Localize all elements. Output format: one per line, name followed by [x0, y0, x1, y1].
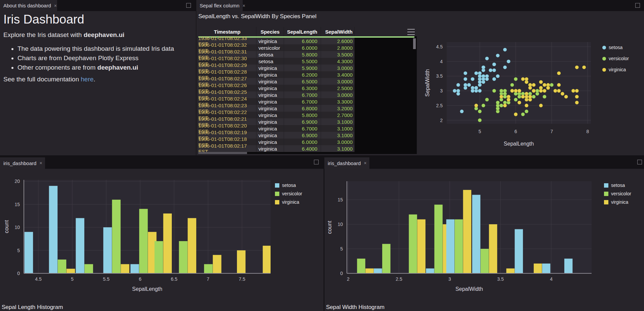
- table-cell: 2.8000: [321, 44, 355, 51]
- vertical-scrollbar[interactable]: [413, 38, 416, 152]
- legend-marker: [602, 46, 606, 49]
- maximize-icon[interactable]: [635, 3, 640, 8]
- column-header-timestamp[interactable]: Timestamp: [198, 27, 256, 36]
- table-cell: virginica: [256, 78, 284, 85]
- legend-item-virginica[interactable]: virginica: [602, 67, 629, 72]
- table-cell: virginica: [256, 125, 284, 132]
- dashboard-screen: About this dashboard × Sepal flex column…: [0, 0, 644, 311]
- svg-text:5: 5: [71, 276, 74, 282]
- legend-label: versicolor: [611, 191, 631, 196]
- close-icon[interactable]: ×: [39, 160, 42, 166]
- table-cell: 2.6000: [321, 38, 355, 44]
- legend-item-versicolor[interactable]: versicolor: [275, 191, 302, 196]
- table-cell: virginica: [256, 145, 284, 152]
- table-cell: virginica: [256, 71, 284, 78]
- sepal-width-histogram-chart[interactable]: 22.533.54051015SepalWidthcount: [324, 169, 644, 303]
- svg-text:0: 0: [17, 271, 20, 276]
- table-cell: 3.5000: [321, 51, 355, 58]
- legend-label: virginica: [611, 199, 628, 205]
- table-cell: 2.7000: [321, 112, 355, 118]
- table-cell: virginica: [256, 118, 284, 125]
- table-cell: 3.1000: [321, 145, 355, 152]
- table-cell: 6.0000: [284, 44, 321, 51]
- table-cell: 3.0000: [321, 78, 355, 85]
- legend-marker: [602, 68, 606, 72]
- svg-text:SepalWidth: SepalWidth: [425, 69, 430, 97]
- svg-text:7: 7: [207, 276, 209, 282]
- table-row[interactable]: 1936-01-01T08:02:17 ESTvirginica6.40003.…: [198, 145, 355, 152]
- table-cell: 3.4000: [321, 71, 355, 78]
- svg-text:4: 4: [440, 59, 443, 64]
- table-cell: virginica: [256, 38, 284, 44]
- iris-table[interactable]: Timestamp Species SepalLength SepalWidth…: [198, 27, 417, 154]
- table-cell: 6.6000: [284, 38, 321, 44]
- table-cell: 3.3000: [321, 98, 355, 105]
- table-menu-icon[interactable]: [407, 28, 415, 36]
- table-cell: setosa: [256, 51, 284, 58]
- svg-text:8: 8: [586, 129, 589, 134]
- table-body: 1936-01-01T08:02:33 ESTvirginica6.60002.…: [198, 38, 417, 152]
- table-cell: virginica: [256, 105, 284, 112]
- table-cell: 3.0000: [321, 65, 355, 71]
- legend-item-versicolor[interactable]: versicolor: [602, 56, 629, 61]
- svg-text:15: 15: [337, 197, 343, 202]
- horizontal-scrollbar[interactable]: [198, 152, 417, 154]
- docs-link[interactable]: here: [81, 76, 93, 83]
- legend-label: setosa: [282, 183, 296, 188]
- legend-marker: [275, 183, 279, 188]
- svg-text:4: 4: [550, 276, 553, 282]
- legend-marker: [275, 192, 279, 196]
- about-panel: Iris Dashboard Explore the Iris dataset …: [0, 11, 196, 155]
- tab-iris-dashboard-right[interactable]: iris_dashboard ×: [324, 157, 369, 169]
- svg-text:6: 6: [515, 129, 517, 134]
- tab-iris-dashboard-left[interactable]: iris_dashboard ×: [0, 157, 45, 169]
- table-cell: 5.8000: [284, 112, 321, 118]
- legend-item-setosa[interactable]: setosa: [604, 183, 631, 188]
- legend-marker: [602, 57, 606, 61]
- table-cell: virginica: [256, 139, 284, 145]
- table-cell: virginica: [256, 85, 284, 91]
- table-cell: virginica: [256, 91, 284, 98]
- legend-item-virginica[interactable]: virginica: [275, 199, 302, 205]
- histogram-legend: setosaversicolorvirginica: [604, 183, 631, 205]
- svg-text:4.5: 4.5: [35, 276, 42, 282]
- legend-item-setosa[interactable]: setosa: [275, 183, 302, 188]
- sepal-flex-panel: SepalLength vs. SepalWidth By Species Pa…: [196, 11, 644, 155]
- svg-text:3: 3: [440, 88, 443, 93]
- svg-text:7: 7: [550, 129, 553, 134]
- table-header[interactable]: Timestamp Species SepalLength SepalWidth: [198, 27, 417, 36]
- tab-sepal-flex-column[interactable]: Sepal flex column ×: [196, 0, 243, 11]
- close-icon[interactable]: ×: [242, 3, 245, 8]
- page-title: Iris Dashboard: [3, 12, 84, 27]
- svg-text:2.5: 2.5: [396, 276, 402, 282]
- maximize-icon[interactable]: [637, 160, 642, 164]
- panel-title: SepalLength vs. SepalWidth By Species Pa…: [198, 13, 317, 20]
- column-header-species[interactable]: Species: [256, 27, 284, 36]
- legend-label: setosa: [611, 183, 625, 188]
- legend-marker: [604, 192, 608, 196]
- legend-item-virginica[interactable]: virginica: [604, 199, 631, 205]
- svg-text:2: 2: [440, 118, 443, 123]
- column-header-sepallength[interactable]: SepalLength: [284, 27, 321, 36]
- sepal-scatter-chart[interactable]: 56784.543.532.52SepalLengthSepalWidth: [418, 13, 644, 155]
- close-icon[interactable]: ×: [54, 3, 57, 8]
- table-cell: 3.1000: [321, 118, 355, 125]
- tab-about-this-dashboard[interactable]: About this dashboard ×: [0, 0, 57, 11]
- legend-marker: [604, 200, 608, 204]
- svg-text:3.5: 3.5: [497, 276, 504, 282]
- svg-text:5.5: 5.5: [103, 276, 110, 282]
- close-icon[interactable]: ×: [364, 160, 366, 166]
- legend-label: virginica: [282, 199, 299, 205]
- column-header-sepalwidth[interactable]: SepalWidth: [321, 27, 355, 36]
- table-cell: virginica: [256, 132, 284, 139]
- table-cell: 3.2000: [321, 105, 355, 112]
- legend-item-setosa[interactable]: setosa: [602, 45, 629, 50]
- table-cell: 6.2000: [284, 71, 321, 78]
- maximize-icon[interactable]: [314, 160, 319, 164]
- legend-item-versicolor[interactable]: versicolor: [604, 191, 631, 196]
- svg-text:6: 6: [139, 276, 142, 282]
- table-cell: 2.5000: [321, 85, 355, 91]
- maximize-icon[interactable]: [186, 3, 191, 8]
- table-cell: 6.8000: [284, 105, 321, 112]
- legend-label: virginica: [609, 67, 626, 72]
